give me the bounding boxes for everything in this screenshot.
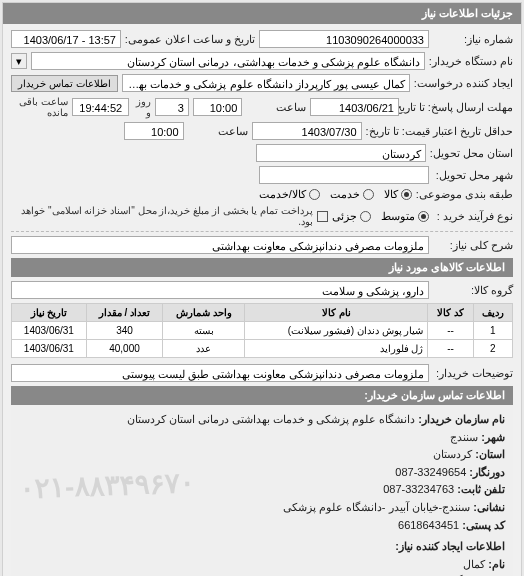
process-label: نوع فرآیند خرید : <box>433 210 513 223</box>
radio-medium[interactable] <box>418 211 429 222</box>
table-row[interactable]: 2 -- ژل فلوراید عدد 40,000 1403/06/31 <box>12 340 513 358</box>
need-no-label: شماره نیاز: <box>433 33 513 46</box>
valid-label: حداقل تاریخ اعتبار قیمت: تا تاریخ: <box>366 125 513 138</box>
divider <box>11 231 513 232</box>
radio-service[interactable] <box>363 189 374 200</box>
city-label: شهر محل تحویل: <box>433 169 513 182</box>
items-section-title: اطلاعات کالاهای مورد نیاز <box>11 258 513 277</box>
buyer-note-field: ملزومات مصرفی دندانپزشکی معاونت بهداشتی … <box>11 364 429 382</box>
city-field <box>259 166 429 184</box>
valid-time: 10:00 <box>124 122 184 140</box>
pub-dt-field: 13:57 - 1403/06/17 <box>11 30 121 48</box>
need-no-field: 1103090264000033 <box>259 30 429 48</box>
contact-section-title: اطلاعات تماس سازمان خریدار: <box>11 386 513 405</box>
deadline-send-time: 10:00 <box>193 98 242 116</box>
province-label: استان محل تحویل: <box>430 147 513 160</box>
radio-both-label: کالا/خدمت <box>259 188 306 201</box>
radio-minor[interactable] <box>360 211 371 222</box>
deadline-send-date: 1403/06/21 <box>310 98 399 116</box>
requester-field: کمال عیسی پور کارپرداز دانشگاه علوم پزشک… <box>122 74 410 92</box>
radio-medium-label: متوسط <box>381 210 415 223</box>
province-field: کردستان <box>256 144 426 162</box>
timer-label: ساعت باقی مانده <box>11 96 68 118</box>
desc-label: شرح کلی نیاز: <box>433 239 513 252</box>
group-field: دارو، پزشکی و سلامت <box>11 281 429 299</box>
th-name: نام کالا <box>245 304 428 322</box>
desc-field: ملزومات مصرفی دندانپزشکی معاونت بهداشتی <box>11 236 429 254</box>
process-note: پرداخت تمام یا بخشی از مبلغ خرید،از محل … <box>11 205 313 227</box>
buyer-note-label: توضیحات خریدار: <box>433 367 513 380</box>
buyer-org-field: دانشگاه علوم پزشکی و خدمات بهداشتی، درما… <box>31 52 425 70</box>
radio-goods-label: کالا <box>384 188 398 201</box>
pub-dt-label: تاریخ و ساعت اعلان عمومی: <box>125 33 255 46</box>
pkg-label: طبقه بندی موضوعی: <box>416 188 513 201</box>
table-row[interactable]: 1 -- شیار پوش دندان (فیشور سیلانت) بسته … <box>12 322 513 340</box>
th-code: کد کالا <box>428 304 473 322</box>
th-date: تاریخ نیاز <box>12 304 87 322</box>
tree-icon[interactable]: ▾ <box>11 53 27 69</box>
th-qty: تعداد / مقدار <box>86 304 162 322</box>
contact-button[interactable]: اطلاعات تماس خریدار <box>11 75 118 92</box>
countdown-timer: 19:44:52 <box>72 98 129 116</box>
valid-time-label: ساعت <box>188 125 248 138</box>
requester-label: ایجاد کننده درخواست: <box>414 77 513 90</box>
th-unit: واحد شمارش <box>163 304 245 322</box>
deadline-send-label: مهلت ارسال پاسخ: تا تاریخ: <box>403 101 513 114</box>
items-table: ردیف کد کالا نام کالا واحد شمارش تعداد /… <box>11 303 513 358</box>
radio-service-label: خدمت <box>330 188 360 201</box>
deadline-send-time-label: ساعت <box>246 101 306 114</box>
contact-info: نام سازمان خریدار: دانشگاه علوم پزشکی و … <box>11 405 513 576</box>
th-row: ردیف <box>473 304 512 322</box>
radio-minor-label: جزئی <box>332 210 357 223</box>
days-remaining: 3 <box>155 98 189 116</box>
treasury-checkbox[interactable] <box>317 211 328 222</box>
buyer-org-label: نام دستگاه خریدار: <box>429 55 513 68</box>
panel-title: جزئیات اطلاعات نیاز <box>3 3 521 24</box>
days-label: روز و <box>133 96 151 118</box>
radio-both[interactable] <box>309 189 320 200</box>
group-label: گروه کالا: <box>433 284 513 297</box>
radio-goods[interactable] <box>401 189 412 200</box>
valid-date: 1403/07/30 <box>252 122 362 140</box>
